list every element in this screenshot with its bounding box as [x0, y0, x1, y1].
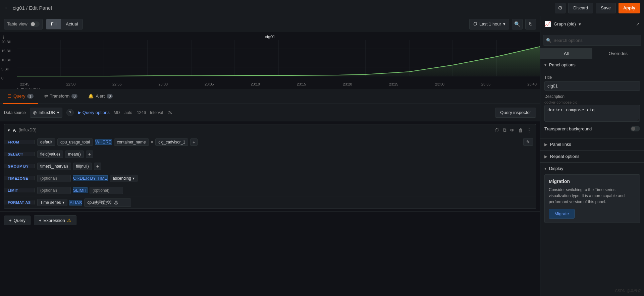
time-range-picker[interactable]: ⏱ Last 1 hour ▾ [469, 19, 509, 29]
delete-icon[interactable]: 🗑 [518, 127, 524, 134]
add-group-button[interactable]: + [94, 163, 101, 170]
alias-input[interactable]: cpu使用监控汇总 [84, 198, 131, 207]
format-value: Time series [40, 200, 61, 205]
panel-links-arrow-icon: ▶ [544, 142, 547, 147]
select-agg[interactable]: mean() [65, 151, 84, 158]
discard-button[interactable]: Discard [568, 3, 593, 13]
select-content: field(value) mean() + [35, 149, 536, 159]
add-expression-label: Expression [44, 218, 65, 223]
where-key[interactable]: container_name [114, 138, 149, 146]
query-inspector-button[interactable]: Query inspector [495, 108, 536, 118]
fill-button[interactable]: Fill [46, 19, 61, 29]
chart-toolbar: Table view Fill Actual ⏱ Last 1 hour ▾ 🔍 [0, 16, 540, 32]
from-default[interactable]: default [37, 138, 55, 146]
migrate-button[interactable]: Migrate [549, 209, 575, 219]
expand-panel-button[interactable]: ↗ [636, 21, 640, 27]
top-bar-right: ⚙ Discard Save Apply [555, 3, 640, 13]
more-icon[interactable]: ⋮ [526, 126, 532, 134]
apply-button[interactable]: Apply [619, 3, 640, 13]
group-by-row: GROUP BY time($_interval) fill(null) + [4, 160, 536, 172]
group-by-content: time($_interval) fill(null) + [35, 161, 536, 171]
panel-options-title: Panel options [549, 62, 576, 67]
timezone-row: TIMEZONE (optional) ORDER BY TIME ascend… [4, 172, 536, 184]
add-select-button[interactable]: + [86, 151, 93, 158]
panel-title-input[interactable] [544, 81, 640, 91]
where-operator: = [151, 139, 154, 144]
y-label-2: 5 Bil [1, 67, 15, 71]
settings-button[interactable]: ⚙ [555, 3, 566, 13]
zoom-out-button[interactable]: 🔍 [512, 19, 523, 29]
time-icon[interactable]: ⏱ [494, 127, 500, 134]
format-select[interactable]: Time series ▾ [37, 199, 67, 206]
y-label-1: 0 [1, 76, 15, 80]
repeat-options-arrow-icon: ▶ [544, 154, 547, 159]
visualization-selector[interactable]: 📈 Graph (old) ▾ [544, 21, 633, 27]
transparent-bg-row: Transparent background [544, 126, 640, 131]
graph-icon: 📈 [544, 21, 551, 27]
repeat-options-label: Repeat options [550, 154, 579, 159]
panel-tab-overrides[interactable]: Overrides [592, 48, 644, 59]
add-query-button[interactable]: + Query [4, 216, 31, 225]
panel-description-textarea[interactable]: docker-compose cig [544, 105, 640, 122]
where-value[interactable]: cig_cadvisor_1 [155, 138, 188, 146]
question-icon: ? [69, 110, 71, 115]
transparent-bg-toggle[interactable] [631, 126, 640, 131]
help-button[interactable]: ? [66, 109, 74, 116]
add-expression-button[interactable]: + Expression ⚠ [34, 215, 76, 225]
tab-query[interactable]: ☰ Query 1 [3, 89, 38, 104]
copy-icon[interactable]: ⧉ [502, 126, 507, 134]
alias-label: ALIAS [69, 200, 83, 205]
limit-row: LIMIT (optional) SLIMIT (optional) [4, 184, 536, 196]
refresh-button[interactable]: ↻ [525, 19, 536, 29]
actual-button[interactable]: Actual [61, 19, 83, 29]
y-label-3: 10 Bil [1, 58, 15, 62]
slimit-input[interactable]: (optional) [90, 187, 123, 194]
x-axis: 22:45 22:50 22:55 23:00 23:05 23:10 23:1… [17, 81, 540, 87]
search-input[interactable] [553, 38, 638, 43]
time-range-label: Last 1 hour [479, 21, 501, 26]
from-row: FROM default cpu_usage_total WHERE conta… [4, 136, 536, 148]
limit-input[interactable]: (optional) [37, 187, 71, 194]
query-toolbar: Data source ◎ InfluxDB ▾ ? ▶ Query optio… [0, 104, 540, 121]
options-arrow-icon: ▶ [78, 110, 81, 115]
table-view-toggle[interactable]: Table view [4, 19, 43, 29]
group-by-time[interactable]: time($_interval) [37, 163, 71, 170]
from-measurement[interactable]: cpu_usage_total [57, 138, 93, 146]
main-layout: Table view Fill Actual ⏱ Last 1 hour ▾ 🔍 [0, 16, 644, 296]
chart-canvas: 20 Bil 15 Bil 10 Bil 5 Bil 0 [0, 40, 540, 87]
save-button[interactable]: Save [596, 3, 616, 13]
order-by-select[interactable]: ascending ▾ [110, 175, 138, 182]
top-bar-left: ← cig01 / Edit Panel [4, 4, 551, 11]
chart-svg [17, 40, 540, 77]
visualization-chevron-button[interactable]: ▾ [579, 21, 581, 27]
panel-tab-all[interactable]: All [540, 48, 592, 59]
query-editor: Data source ◎ InfluxDB ▾ ? ▶ Query optio… [0, 104, 540, 296]
eye-icon[interactable]: 👁 [509, 127, 516, 134]
breadcrumb: cig01 / Edit Panel [13, 5, 52, 11]
query-options-link[interactable]: ▶ Query options [78, 110, 110, 115]
chart-title: cig01 [0, 32, 540, 40]
add-where-button[interactable]: + [190, 138, 198, 146]
datasource-selector[interactable]: ◎ InfluxDB ▾ [30, 108, 62, 118]
query-icon: ☰ [7, 94, 11, 99]
search-box[interactable]: 🔍 [543, 35, 641, 46]
add-query-label: Query [14, 218, 25, 223]
tab-alert-badge: 0 [107, 94, 113, 99]
collapse-icon[interactable]: ▾ [8, 128, 10, 133]
title-field-label: Title [544, 75, 640, 80]
select-field[interactable]: field(value) [37, 151, 63, 158]
table-view-switch[interactable] [30, 21, 40, 27]
edit-button[interactable]: ✎ [523, 138, 533, 146]
refresh-icon: ↻ [529, 21, 533, 27]
repeat-options-section[interactable]: ▶ Repeat options [540, 151, 644, 163]
panel-options-section-header[interactable]: ▾ Panel options [540, 59, 644, 71]
back-button[interactable]: ← [4, 4, 10, 11]
chart-legend: cpu使用监控汇总 [0, 87, 540, 89]
group-by-fill[interactable]: fill(null) [73, 163, 92, 170]
timezone-input[interactable]: (optional) [37, 175, 71, 182]
panel-links-section[interactable]: ▶ Panel links [540, 138, 644, 151]
tab-transform[interactable]: ⇄ Transform 0 [40, 89, 83, 104]
display-section-header[interactable]: ▾ Display [540, 163, 644, 174]
limit-content: (optional) SLIMIT (optional) [35, 185, 536, 195]
tab-alert[interactable]: 🔔 Alert 0 [84, 89, 117, 104]
